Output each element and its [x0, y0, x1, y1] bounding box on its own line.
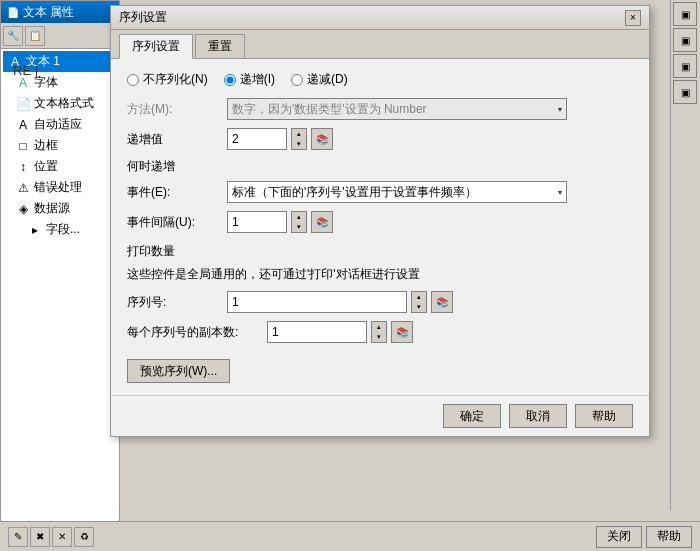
close-button[interactable]: 关闭 — [596, 526, 642, 548]
tree-item-errorhandle[interactable]: ⚠ 错误处理 — [3, 177, 117, 198]
sequence-no-row: 序列号: ▴ ▾ 📚 — [127, 291, 633, 313]
tab-reset[interactable]: 重置 — [195, 34, 245, 58]
dialog-title: 序列设置 — [119, 9, 167, 26]
left-panel-toolbar: 🔧 📋 — [1, 23, 119, 49]
event-interval-spinner-up[interactable]: ▴ — [292, 212, 306, 222]
tree-label-border: 边框 — [34, 137, 58, 154]
copies-spinner[interactable]: ▴ ▾ — [371, 321, 387, 343]
left-panel-titlebar: 📄 文本 属性 — [1, 1, 119, 23]
serialize-radio-group: 不序列化(N) 递增(I) 递减(D) — [127, 71, 633, 88]
right-btn-4[interactable]: ▣ — [673, 80, 697, 104]
increment-book-btn[interactable]: 📚 — [311, 128, 333, 150]
radio-decrement-label: 递减(D) — [307, 71, 348, 88]
sequence-no-input[interactable] — [227, 291, 407, 313]
event-dropdown[interactable]: 标准（下面的'序列号'设置用于设置事件频率） ▾ — [227, 181, 567, 203]
event-interval-row: 事件间隔(U): ▴ ▾ 📚 — [127, 211, 633, 233]
radio-decrement-input[interactable] — [291, 74, 303, 86]
radio-decrement[interactable]: 递减(D) — [291, 71, 348, 88]
method-label: 方法(M): — [127, 101, 227, 118]
tree-item-position[interactable]: ↕ 位置 — [3, 156, 117, 177]
field-icon: ▸ — [27, 222, 43, 238]
event-label: 事件(E): — [127, 184, 227, 201]
bottom-icon-3[interactable]: ✕ — [52, 527, 72, 547]
tree-item-border[interactable]: □ 边框 — [3, 135, 117, 156]
method-dropdown: 数字，因为'数据类型'设置为 Number ▾ — [227, 98, 567, 120]
method-dropdown-arrow: ▾ — [558, 105, 562, 114]
increment-spinner-down[interactable]: ▾ — [292, 139, 306, 149]
left-panel-title: 文本 属性 — [23, 4, 74, 21]
increment-row: 递增值 ▴ ▾ 📚 — [127, 128, 633, 150]
print-desc: 这些控件是全局通用的，还可通过'打印'对话框进行设置 — [127, 266, 633, 283]
bottom-icon-4[interactable]: ♻ — [74, 527, 94, 547]
tree-item-autoadapt[interactable]: A 自动适应 — [3, 114, 117, 135]
sequence-no-book-btn[interactable]: 📚 — [431, 291, 453, 313]
right-btn-3[interactable]: ▣ — [673, 54, 697, 78]
dialog-close-button[interactable]: × — [625, 10, 641, 26]
increment-spinner-up[interactable]: ▴ — [292, 129, 306, 139]
textformat-icon: 📄 — [15, 96, 31, 112]
autoadapt-icon: A — [15, 117, 31, 133]
radio-increment-label: 递增(I) — [240, 71, 275, 88]
position-icon: ↕ — [15, 159, 31, 175]
dialog-titlebar: 序列设置 × — [111, 6, 649, 30]
tree-label-position: 位置 — [34, 158, 58, 175]
tree-item-textformat[interactable]: 📄 文本格式式 — [3, 93, 117, 114]
radio-increment[interactable]: 递增(I) — [224, 71, 275, 88]
print-section: 打印数量 这些控件是全局通用的，还可通过'打印'对话框进行设置 序列号: ▴ ▾… — [127, 243, 633, 343]
increment-input[interactable] — [227, 128, 287, 150]
copies-input-group: ▴ ▾ 📚 — [267, 321, 413, 343]
datasource-icon: ◈ — [15, 201, 31, 217]
toolbar-btn-2[interactable]: 📋 — [25, 26, 45, 46]
tree-item-field[interactable]: ▸ 字段... — [3, 219, 117, 240]
event-value: 标准（下面的'序列号'设置用于设置事件频率） — [232, 184, 477, 201]
ok-button[interactable]: 确定 — [443, 404, 501, 428]
sequence-no-spinner-down[interactable]: ▾ — [412, 302, 426, 312]
sequence-no-spinner[interactable]: ▴ ▾ — [411, 291, 427, 313]
radio-no-serialize-label: 不序列化(N) — [143, 71, 208, 88]
bottom-icon-1[interactable]: ✎ — [8, 527, 28, 547]
event-interval-label: 事件间隔(U): — [127, 214, 227, 231]
errorhandle-icon: ⚠ — [15, 180, 31, 196]
bottom-toolbar: ✎ ✖ ✕ ♻ 关闭 帮助 — [0, 521, 700, 551]
tree-item-datasource[interactable]: ◈ 数据源 — [3, 198, 117, 219]
left-properties-panel: 📄 文本 属性 🔧 📋 A 文本 1 A 字体 📄 文本格式式 A 自动适应 □… — [0, 0, 120, 551]
left-panel-icon: 📄 — [7, 7, 19, 18]
toolbar-btn-1[interactable]: 🔧 — [3, 26, 23, 46]
copies-input[interactable] — [267, 321, 367, 343]
sequence-no-spinner-up[interactable]: ▴ — [412, 292, 426, 302]
tree-label-datasource: 数据源 — [34, 200, 70, 217]
bottom-icon-2[interactable]: ✖ — [30, 527, 50, 547]
copies-spinner-down[interactable]: ▾ — [372, 332, 386, 342]
copies-row: 每个序列号的副本数: ▴ ▾ 📚 — [127, 321, 633, 343]
right-icon-panel: ▣ ▣ ▣ ▣ — [670, 0, 700, 510]
right-btn-1[interactable]: ▣ — [673, 2, 697, 26]
event-interval-input[interactable] — [227, 211, 287, 233]
increment-label: 递增值 — [127, 131, 227, 148]
dialog-footer: 确定 取消 帮助 — [111, 395, 649, 436]
increment-spinner[interactable]: ▴ ▾ — [291, 128, 307, 150]
bottom-left-icons: ✎ ✖ ✕ ♻ — [8, 527, 94, 547]
radio-no-serialize[interactable]: 不序列化(N) — [127, 71, 208, 88]
right-btn-2[interactable]: ▣ — [673, 28, 697, 52]
dialog-content: 不序列化(N) 递增(I) 递减(D) 方法(M): 数字，因为'数据类型'设置… — [111, 59, 649, 395]
event-interval-spinner[interactable]: ▴ ▾ — [291, 211, 307, 233]
event-input-group: 标准（下面的'序列号'设置用于设置事件频率） ▾ — [227, 181, 567, 203]
radio-increment-input[interactable] — [224, 74, 236, 86]
help-bottom-button[interactable]: 帮助 — [646, 526, 692, 548]
cancel-button[interactable]: 取消 — [509, 404, 567, 428]
method-input-group: 数字，因为'数据类型'设置为 Number ▾ — [227, 98, 567, 120]
event-dropdown-arrow: ▾ — [558, 188, 562, 197]
preview-button[interactable]: 预览序列(W)... — [127, 359, 230, 383]
copies-book-btn[interactable]: 📚 — [391, 321, 413, 343]
increment-input-group: ▴ ▾ 📚 — [227, 128, 333, 150]
copies-label: 每个序列号的副本数: — [127, 324, 267, 341]
sequence-no-input-group: ▴ ▾ 📚 — [227, 291, 453, 313]
event-interval-book-btn[interactable]: 📚 — [311, 211, 333, 233]
event-row: 事件(E): 标准（下面的'序列号'设置用于设置事件频率） ▾ — [127, 181, 633, 203]
help-dialog-button[interactable]: 帮助 — [575, 404, 633, 428]
tab-sequence[interactable]: 序列设置 — [119, 34, 193, 59]
radio-no-serialize-input[interactable] — [127, 74, 139, 86]
copies-spinner-up[interactable]: ▴ — [372, 322, 386, 332]
method-value: 数字，因为'数据类型'设置为 Number — [232, 101, 427, 118]
event-interval-spinner-down[interactable]: ▾ — [292, 222, 306, 232]
